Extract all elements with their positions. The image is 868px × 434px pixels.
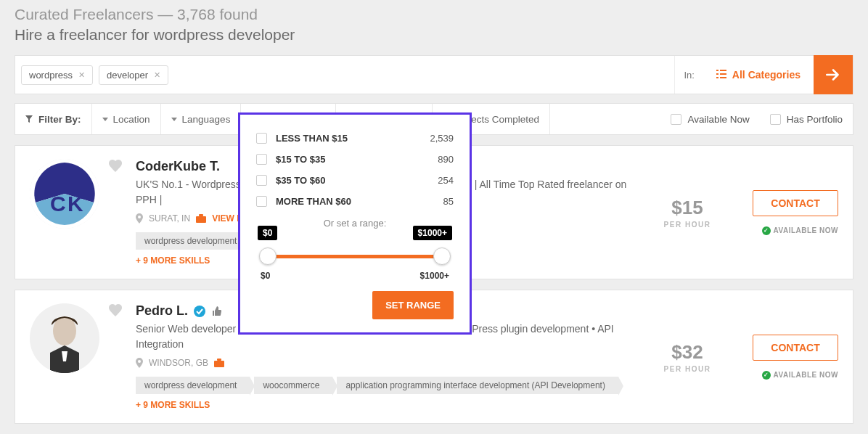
svg-point-14 [194,306,205,317]
checkbox[interactable] [671,114,681,125]
skill-tag[interactable]: wordpress development [136,232,250,250]
search-button[interactable] [814,55,853,94]
page-subtitle: Hire a freelancer for wordpress develope… [15,26,853,55]
close-icon[interactable]: ✕ [78,70,85,80]
hourly-rate: $32 [671,341,703,364]
slider-max-bubble: $1000+ [413,226,452,240]
skill-tag[interactable]: wordpress development [136,377,250,394]
filter-available-now[interactable]: Available Now [660,104,759,134]
briefcase-icon [214,359,224,367]
slider-min-label: $0 [261,271,270,281]
svg-rect-10 [199,214,203,216]
arrow-right-icon [824,65,843,84]
rate-option[interactable]: $35 TO $60254 [256,170,454,191]
checkbox[interactable] [256,175,267,186]
avatar[interactable] [30,303,99,373]
tag-label: wordpress [29,70,73,81]
available-badge: ✓AVAILABLE NOW [762,226,838,235]
thumbs-up-icon [211,306,223,317]
in-label: In: [674,56,703,94]
rate-slider[interactable]: $0 $1000+ [259,247,451,265]
chevron-down-icon [102,118,108,121]
filter-has-portfolio[interactable]: Has Portfolio [760,104,853,134]
checkbox[interactable] [256,133,267,144]
briefcase-icon [196,214,206,223]
more-skills-link[interactable]: + 9 MORE SKILLS [136,400,631,410]
rate-dropdown-panel: LESS THAN $152,539 $15 TO $35890 $35 TO … [238,112,472,335]
pin-icon [136,213,143,224]
categories-dropdown[interactable]: All Categories [703,56,814,94]
categories-label: All Categories [732,69,801,81]
checkbox[interactable] [256,154,267,165]
slider-min-bubble: $0 [258,226,277,240]
svg-rect-16 [217,359,221,361]
slider-handle-min[interactable] [259,247,277,265]
per-label: PER HOUR [664,221,711,229]
avatar[interactable]: CK [30,159,99,229]
svg-rect-1 [720,70,726,71]
freelancer-name[interactable]: Pedro L. [136,303,188,319]
chevron-down-icon [171,118,177,121]
rate-option[interactable]: MORE THAN $6085 [256,191,454,212]
svg-rect-5 [720,77,726,78]
checkbox[interactable] [256,196,267,207]
freelancer-name[interactable]: CoderKube T. [136,159,220,174]
filter-location[interactable]: Location [92,104,161,134]
heart-icon[interactable] [108,303,123,318]
location: SURAT, IN [149,213,190,224]
search-tag-wordpress[interactable]: wordpress✕ [21,65,93,85]
search-tags: wordpress✕ developer✕ [15,65,674,85]
list-icon [716,69,726,81]
contact-button[interactable]: CONTACT [753,335,838,361]
skill-tag[interactable]: woocommerce [254,377,332,394]
filter-by-label: Filter By: [15,104,92,134]
svg-rect-0 [716,70,718,71]
slider-track [269,255,441,258]
search-tag-developer[interactable]: developer✕ [99,65,168,85]
svg-text:C: C [50,192,66,216]
funnel-icon [25,115,33,123]
checkbox[interactable] [770,114,781,125]
svg-rect-15 [214,361,224,367]
search-bar: wordpress✕ developer✕ In: All Categories [15,55,853,94]
slider-max-label: $1000+ [420,271,449,281]
page-title: Curated Freelancers — 3,768 found [15,0,853,26]
svg-rect-2 [716,73,718,75]
hourly-rate: $15 [671,197,703,219]
contact-button[interactable]: CONTACT [753,190,838,216]
skills-list: wordpress development woocommerce applic… [136,377,631,394]
close-icon[interactable]: ✕ [154,70,160,80]
rate-option[interactable]: LESS THAN $152,539 [256,128,454,149]
heart-icon[interactable] [108,159,123,173]
check-icon: ✓ [762,371,771,380]
verified-icon [194,306,205,317]
svg-text:K: K [67,192,83,216]
location: WINDSOR, GB [149,358,208,368]
check-icon: ✓ [762,226,771,235]
set-range-button[interactable]: SET RANGE [372,291,454,319]
available-badge: ✓AVAILABLE NOW [762,371,838,380]
skill-tag[interactable]: application programming interface develo… [337,377,618,394]
rate-option[interactable]: $15 TO $35890 [256,149,454,170]
slider-handle-max[interactable] [433,247,451,265]
filter-languages[interactable]: Languages [161,104,242,134]
svg-rect-9 [196,216,206,223]
svg-rect-4 [716,77,718,78]
svg-rect-3 [720,73,726,75]
per-label: PER HOUR [664,365,711,373]
tag-label: developer [107,70,148,81]
pin-icon [136,358,143,368]
svg-point-12 [53,316,76,345]
